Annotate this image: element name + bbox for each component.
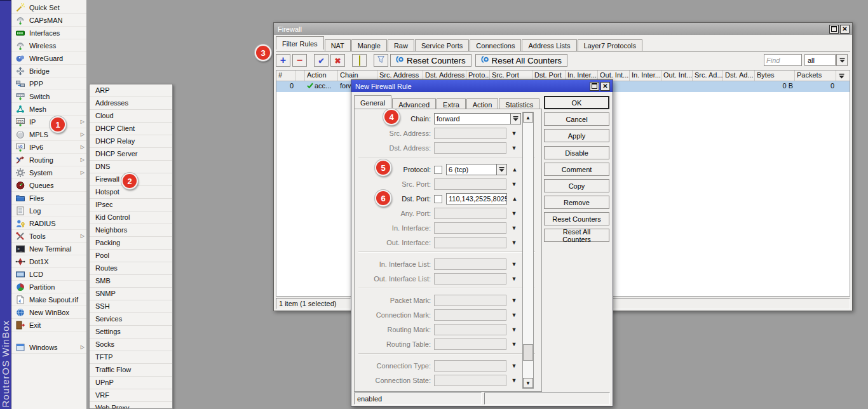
column-header-in-inter[interactable]: In. Inter... bbox=[630, 70, 661, 81]
column-header-dst-ad[interactable]: Dst. Ad... bbox=[723, 70, 755, 81]
in-interface-list-input[interactable] bbox=[434, 258, 506, 270]
sidebar-item-new-terminal[interactable]: >_New Terminal bbox=[11, 243, 86, 255]
ip-submenu-item-addresses[interactable]: Addresses bbox=[90, 97, 172, 110]
ip-submenu-item-neighbors[interactable]: Neighbors bbox=[90, 224, 172, 237]
column-header-packets[interactable]: Packets bbox=[795, 70, 836, 81]
dst-port-input[interactable]: 110,143,2525,8025,2 bbox=[446, 193, 507, 204]
reset-all-counters-button[interactable]: Reset All Counters bbox=[544, 229, 609, 242]
filter-button[interactable] bbox=[374, 54, 388, 67]
any-port-input[interactable] bbox=[434, 208, 506, 219]
connection-mark-input[interactable] bbox=[434, 309, 506, 321]
connection-type-expand-arrow[interactable]: ▼ bbox=[510, 363, 519, 369]
reset-counters-toolbar-button[interactable]: Reset Counters bbox=[390, 54, 471, 67]
column-header-bytes[interactable]: Bytes bbox=[755, 70, 795, 81]
out-interface-expand-arrow[interactable]: ▼ bbox=[510, 239, 519, 246]
ip-submenu-item-tftp[interactable]: TFTP bbox=[90, 351, 172, 364]
dialog-titlebar[interactable]: New Firewall Rule ✕ bbox=[351, 80, 613, 92]
comment-button[interactable]: Comment bbox=[544, 163, 609, 176]
dst-address-expand-arrow[interactable]: ▼ bbox=[510, 145, 519, 151]
close-button[interactable]: ✕ bbox=[600, 82, 610, 91]
cancel-button[interactable]: Cancel bbox=[544, 112, 609, 126]
sidebar-item-radius[interactable]: RADIUS bbox=[11, 217, 86, 230]
dst-address-input[interactable] bbox=[434, 142, 506, 154]
ip-submenu-item-smb[interactable]: SMB bbox=[90, 275, 172, 288]
src-address-expand-arrow[interactable]: ▼ bbox=[510, 130, 519, 137]
sidebar-item-interfaces[interactable]: Interfaces bbox=[11, 27, 86, 39]
sidebar-item-wireguard[interactable]: WireGuard bbox=[11, 52, 86, 65]
packet-mark-input[interactable] bbox=[434, 295, 506, 306]
sidebar-item-windows[interactable]: Windows▷ bbox=[11, 341, 86, 354]
sidebar-item-tools[interactable]: Tools▷ bbox=[11, 230, 86, 243]
tab-address-lists[interactable]: Address Lists bbox=[522, 39, 576, 51]
sidebar-item-capsman[interactable]: CAPsMAN bbox=[11, 14, 86, 27]
ip-submenu-item-upnp[interactable]: UPnP bbox=[90, 377, 172, 389]
enable-rule-button[interactable]: ✔ bbox=[314, 54, 329, 67]
scroll-up-button[interactable]: ▲ bbox=[523, 112, 533, 123]
ip-submenu-item-arp[interactable]: ARP bbox=[90, 84, 172, 97]
tab-filter-rules[interactable]: Filter Rules bbox=[276, 36, 324, 50]
form-scrollbar[interactable]: ▲ ▼ bbox=[522, 112, 534, 389]
ip-submenu-item-socks[interactable]: Socks bbox=[90, 339, 172, 351]
tab-raw[interactable]: Raw bbox=[388, 39, 414, 51]
filter-scope-dropdown-button[interactable] bbox=[836, 54, 848, 66]
column-header-out-int[interactable]: Out. Int... bbox=[661, 70, 693, 81]
ip-submenu-item-packing[interactable]: Packing bbox=[90, 237, 172, 250]
dst-port-checkbox[interactable] bbox=[434, 195, 442, 203]
tab-service-ports[interactable]: Service Ports bbox=[415, 39, 469, 51]
ip-submenu-item-web-proxy[interactable]: Web Proxy bbox=[90, 402, 172, 409]
column-header-icon[interactable] bbox=[295, 70, 305, 81]
ip-submenu-item-dns[interactable]: DNS bbox=[90, 161, 172, 173]
sidebar-item-quick-set[interactable]: Quick Set bbox=[11, 1, 86, 14]
routing-table-expand-arrow[interactable]: ▼ bbox=[510, 341, 519, 347]
ip-submenu-item-dhcp-server[interactable]: DHCP Server bbox=[90, 148, 172, 161]
src-address-input[interactable] bbox=[434, 128, 506, 139]
out-interface-list-expand-arrow[interactable]: ▼ bbox=[510, 276, 519, 282]
sidebar-item-files[interactable]: Files bbox=[11, 192, 86, 204]
sidebar-item-routing[interactable]: Routing▷ bbox=[11, 154, 86, 166]
src-port-expand-arrow[interactable]: ▼ bbox=[510, 181, 519, 187]
tab-layer7-protocols[interactable]: Layer7 Protocols bbox=[578, 39, 643, 51]
connection-state-expand-arrow[interactable]: ▼ bbox=[510, 377, 519, 384]
add-rule-button[interactable]: + bbox=[276, 54, 290, 67]
ip-submenu-item-kid-control[interactable]: Kid Control bbox=[90, 211, 172, 224]
any-port-expand-arrow[interactable]: ▼ bbox=[510, 210, 519, 217]
protocol-dropdown-button[interactable] bbox=[496, 164, 507, 175]
in-interface-list-expand-arrow[interactable]: ▼ bbox=[510, 261, 519, 267]
ip-submenu-item-vrf[interactable]: VRF bbox=[90, 389, 172, 402]
sidebar-item-mpls[interactable]: MPLS▷ bbox=[11, 128, 86, 141]
in-interface-expand-arrow[interactable]: ▼ bbox=[510, 225, 519, 231]
sidebar-item-mesh[interactable]: Mesh bbox=[11, 103, 86, 116]
ip-submenu-item-ssh[interactable]: SSH bbox=[90, 300, 172, 313]
maximize-button[interactable] bbox=[590, 82, 599, 91]
connection-mark-expand-arrow[interactable]: ▼ bbox=[510, 312, 519, 318]
ip-submenu-item-dhcp-relay[interactable]: DHCP Relay bbox=[90, 135, 172, 148]
protocol-combobox[interactable]: 6 (tcp) bbox=[446, 164, 507, 175]
connection-state-input[interactable] bbox=[434, 375, 506, 386]
sidebar-item-dot1x[interactable]: Dot1X bbox=[11, 255, 86, 268]
chain-combobox[interactable]: forward bbox=[434, 113, 521, 124]
remove-rule-button[interactable]: − bbox=[292, 54, 307, 67]
ip-submenu-item-cloud[interactable]: Cloud bbox=[90, 110, 172, 123]
dst-port-collapse-arrow[interactable]: ▲ bbox=[510, 196, 519, 202]
ip-submenu-item-routes[interactable]: Routes bbox=[90, 262, 172, 275]
column-header-action[interactable]: Action bbox=[305, 70, 338, 81]
out-interface-list-input[interactable] bbox=[434, 273, 506, 285]
out-interface-input[interactable] bbox=[434, 237, 506, 248]
filter-scope-select[interactable]: all bbox=[804, 54, 836, 66]
comment-button[interactable] bbox=[352, 54, 367, 67]
sidebar-item-make-supout-rif[interactable]: Make Supout.rif bbox=[11, 293, 86, 306]
sidebar-item-log[interactable]: Log bbox=[11, 204, 86, 217]
ok-button[interactable]: OK bbox=[544, 96, 609, 109]
routing-mark-input[interactable] bbox=[434, 324, 506, 335]
dialog-tab-general[interactable]: General bbox=[354, 95, 391, 109]
ip-submenu-item-services[interactable]: Services bbox=[90, 313, 172, 326]
protocol-collapse-arrow[interactable]: ▲ bbox=[510, 166, 519, 173]
disable-rule-button[interactable]: ✖ bbox=[330, 54, 345, 67]
sidebar-item-queues[interactable]: Queues bbox=[11, 179, 86, 192]
ip-submenu-item-ipsec[interactable]: IPsec bbox=[90, 199, 172, 211]
routing-mark-expand-arrow[interactable]: ▼ bbox=[510, 326, 519, 333]
scroll-thumb[interactable] bbox=[523, 344, 533, 361]
ip-submenu-item-dhcp-client[interactable]: DHCP Client bbox=[90, 123, 172, 135]
column-selector-button[interactable] bbox=[836, 70, 846, 81]
column-header-[interactable]: # bbox=[276, 70, 295, 81]
